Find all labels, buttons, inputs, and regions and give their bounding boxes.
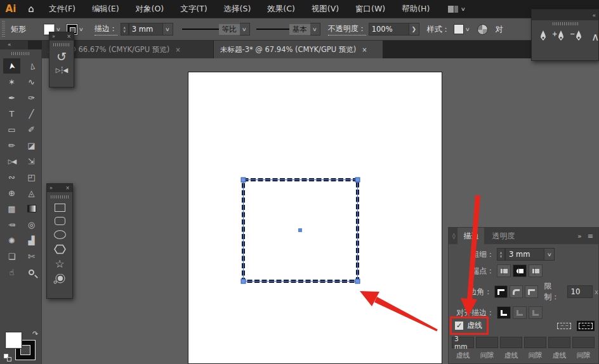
menu-edit[interactable]: 编辑(E) (84, 0, 128, 18)
join-bevel-button[interactable] (525, 285, 538, 298)
direct-selection-tool[interactable]: ▻ (23, 58, 40, 74)
toolbar-collapse-button[interactable]: « (0, 41, 28, 49)
anchor-point-tool-icon[interactable]: ∧ (591, 30, 599, 43)
line-segment-tool[interactable]: ╱ (23, 106, 40, 121)
gap-field-2[interactable] (524, 337, 546, 348)
gap-field-3[interactable] (572, 337, 595, 348)
cap-projecting-button[interactable] (529, 264, 543, 277)
preserve-dash-lengths-button[interactable]: ‒ ‒ (555, 321, 573, 331)
panel-collapse-icon[interactable]: » (577, 232, 582, 240)
dashed-line-checkbox[interactable]: ✓ (455, 322, 463, 330)
join-miter-button[interactable] (494, 285, 508, 298)
illustrator-logo[interactable]: Ai (0, 0, 22, 18)
perspective-grid-tool[interactable]: ◬ (23, 185, 40, 200)
panel-collapse-icon[interactable]: « (592, 12, 596, 18)
width-profile-dropdown[interactable]: 等比 (182, 24, 240, 35)
add-anchor-point-tool-icon[interactable]: + (556, 29, 566, 44)
brush-definition-dropdown[interactable]: 基本 (256, 24, 310, 35)
artboard-tool[interactable]: ❏ (3, 249, 20, 264)
flare-tool-icon[interactable] (53, 274, 66, 284)
cap-round-button[interactable] (513, 264, 527, 277)
star-tool-icon[interactable]: ☆ (55, 259, 64, 269)
lasso-tool[interactable]: ∿ (23, 74, 40, 89)
menu-window[interactable]: 窗口(W) (347, 0, 393, 18)
dash-field-1[interactable]: 3 mm (452, 337, 474, 348)
selection-tool[interactable]: ➤ (3, 58, 20, 74)
fill-proxy[interactable] (6, 332, 22, 348)
menu-effect[interactable]: 效果(C) (259, 0, 303, 18)
polygon-tool-icon[interactable] (54, 244, 66, 254)
panel-collapse-icon[interactable]: » (49, 185, 53, 191)
brush-chevron[interactable]: ∨ (310, 23, 320, 36)
column-graph-tool[interactable]: ▟ (23, 233, 40, 248)
mesh-tool[interactable]: ▦ (3, 201, 20, 216)
stroke-weight-dropdown[interactable]: ∨ (163, 23, 173, 36)
shape-builder-tool[interactable]: ⊕ (3, 185, 20, 200)
tab-stroke[interactable]: 描边 (457, 228, 484, 244)
panel-grip[interactable] (2, 21, 5, 37)
weight-dropdown[interactable]: ∨ (544, 248, 555, 261)
rectangle-tool-icon[interactable] (55, 204, 65, 212)
close-icon[interactable]: × (362, 46, 367, 53)
weight-stepper[interactable]: ∧∨ (497, 248, 505, 261)
selection-handle[interactable] (241, 178, 246, 182)
ellipse-tool-icon[interactable] (54, 230, 66, 239)
swap-fill-stroke-icon[interactable]: ↷ (32, 330, 38, 338)
close-icon[interactable]: × (175, 46, 180, 53)
opacity-link[interactable]: 不透明度： (328, 23, 366, 36)
panel-grip[interactable] (51, 195, 69, 198)
menu-help[interactable]: 帮助(H) (393, 0, 438, 18)
workspace-switcher[interactable]: ∨ (448, 6, 465, 13)
rectangle-tool[interactable]: ▭ (3, 122, 20, 137)
selection-handle[interactable] (241, 279, 246, 283)
type-tool[interactable]: T (3, 106, 20, 121)
default-fill-stroke-icon[interactable] (4, 354, 11, 361)
selection-handle[interactable] (355, 178, 360, 182)
weight-value[interactable]: 3 mm (505, 248, 544, 261)
panel-menu-icon[interactable]: ≡ (588, 232, 593, 240)
stroke-weight-value[interactable]: 3 mm (129, 23, 163, 36)
opacity-value[interactable]: 100% (369, 23, 409, 36)
width-profile-chevron[interactable]: ∨ (240, 23, 250, 36)
align-dashes-to-corners-button[interactable]: ‒ ‒ (577, 321, 595, 331)
free-transform-tool[interactable]: ◰ (23, 169, 40, 185)
chevron-down-icon[interactable]: ∨ (79, 27, 84, 32)
rounded-rectangle-tool-icon[interactable] (55, 217, 65, 225)
panel-collapse-icon[interactable]: » (52, 34, 55, 39)
paintbrush-tool[interactable]: ✐ (23, 122, 40, 137)
menu-view[interactable]: 视图(V) (303, 0, 347, 18)
selected-dashed-square[interactable] (235, 171, 368, 292)
tab-transparency[interactable]: 透明度 (484, 231, 522, 242)
menu-object[interactable]: 对象(O) (128, 0, 173, 18)
stroke-panel-link[interactable]: 描边： (95, 23, 117, 36)
slice-tool[interactable]: ✄ (23, 249, 40, 264)
menu-type[interactable]: 文字(T) (172, 0, 215, 18)
delete-anchor-point-tool-icon[interactable]: − (574, 29, 584, 44)
limit-value[interactable]: 10 (567, 285, 593, 298)
gap-field-1[interactable] (476, 337, 498, 348)
pencil-tool[interactable]: ✏ (3, 138, 20, 153)
rotate-tool-icon[interactable]: ↺ (56, 50, 67, 63)
magic-wand-tool[interactable]: ✶ (3, 74, 20, 89)
symbol-sprayer-tool[interactable]: ✺ (3, 233, 20, 248)
panel-grip[interactable] (53, 43, 70, 46)
blend-tool[interactable]: ◎ (23, 217, 40, 232)
join-round-button[interactable] (510, 285, 523, 298)
cap-butt-button[interactable] (497, 264, 511, 277)
scale-tool[interactable]: ⇲ (23, 153, 40, 169)
stroke-weight-stepper[interactable]: ∧∨ (121, 23, 129, 36)
recolor-artwork-icon[interactable] (477, 24, 488, 35)
reflect-tool[interactable]: ▷◀ (3, 153, 20, 169)
curvature-tool[interactable]: ✑ (23, 90, 40, 105)
reflect-tool-icon[interactable]: ▷┆◀ (56, 67, 67, 74)
hand-tool[interactable]: ☝ (3, 264, 20, 280)
panel-collapse-widget[interactable]: ◊ (449, 233, 457, 239)
toolbar-grip[interactable] (11, 52, 30, 55)
eyedropper-tool[interactable]: ✎ (3, 217, 20, 232)
menu-file[interactable]: 文件(F) (41, 0, 84, 18)
opacity-more-button[interactable]: ❯ (409, 23, 419, 36)
home-icon[interactable]: ⌂ (22, 3, 41, 15)
eraser-tool[interactable]: ◪ (23, 138, 40, 153)
style-dropdown[interactable]: ∨ (454, 24, 470, 34)
close-icon[interactable]: × (65, 185, 70, 191)
